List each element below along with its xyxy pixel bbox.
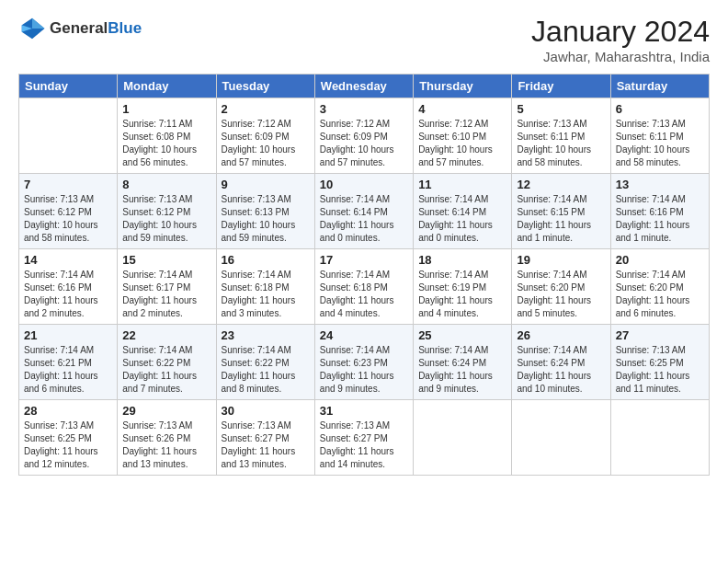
calendar-week-row: 21Sunrise: 7:14 AM Sunset: 6:21 PM Dayli…: [19, 325, 710, 400]
table-row: 25Sunrise: 7:14 AM Sunset: 6:24 PM Dayli…: [414, 325, 512, 400]
day-number: 3: [320, 102, 408, 116]
table-row: 28Sunrise: 7:13 AM Sunset: 6:25 PM Dayli…: [19, 400, 118, 476]
table-row: [19, 98, 118, 174]
day-number: 12: [517, 178, 605, 191]
calendar-table: Sunday Monday Tuesday Wednesday Thursday…: [18, 74, 710, 476]
day-number: 31: [320, 404, 408, 418]
day-info: Sunrise: 7:14 AM Sunset: 6:19 PM Dayligh…: [418, 269, 506, 320]
col-wednesday: Wednesday: [314, 75, 413, 98]
day-info: Sunrise: 7:14 AM Sunset: 6:16 PM Dayligh…: [616, 193, 704, 245]
day-number: 5: [517, 102, 605, 116]
day-info: Sunrise: 7:14 AM Sunset: 6:24 PM Dayligh…: [418, 344, 506, 396]
table-row: 30Sunrise: 7:13 AM Sunset: 6:27 PM Dayli…: [216, 400, 314, 476]
day-info: Sunrise: 7:14 AM Sunset: 6:17 PM Dayligh…: [122, 269, 210, 320]
col-monday: Monday: [118, 75, 216, 98]
day-number: 20: [616, 253, 704, 267]
table-row: 7Sunrise: 7:13 AM Sunset: 6:12 PM Daylig…: [19, 174, 118, 249]
day-info: Sunrise: 7:13 AM Sunset: 6:11 PM Dayligh…: [616, 118, 704, 169]
day-number: 16: [222, 253, 310, 267]
logo: GeneralBlue: [18, 15, 142, 42]
day-info: Sunrise: 7:14 AM Sunset: 6:14 PM Dayligh…: [320, 193, 408, 245]
calendar-week-row: 28Sunrise: 7:13 AM Sunset: 6:25 PM Dayli…: [19, 400, 710, 476]
location: Jawhar, Maharashtra, India: [531, 49, 710, 64]
day-number: 26: [517, 328, 605, 342]
col-saturday: Saturday: [610, 75, 709, 98]
day-number: 6: [616, 102, 704, 116]
day-number: 23: [222, 328, 310, 342]
day-number: 17: [320, 253, 408, 267]
table-row: 21Sunrise: 7:14 AM Sunset: 6:21 PM Dayli…: [19, 325, 118, 400]
day-info: Sunrise: 7:14 AM Sunset: 6:20 PM Dayligh…: [616, 269, 704, 320]
day-info: Sunrise: 7:14 AM Sunset: 6:24 PM Dayligh…: [517, 344, 605, 396]
day-info: Sunrise: 7:12 AM Sunset: 6:10 PM Dayligh…: [418, 118, 506, 169]
month-title: January 2024: [531, 15, 710, 49]
day-info: Sunrise: 7:13 AM Sunset: 6:26 PM Dayligh…: [122, 419, 210, 471]
calendar-week-row: 14Sunrise: 7:14 AM Sunset: 6:16 PM Dayli…: [19, 249, 710, 325]
table-row: 26Sunrise: 7:14 AM Sunset: 6:24 PM Dayli…: [512, 325, 610, 400]
day-info: Sunrise: 7:11 AM Sunset: 6:08 PM Dayligh…: [122, 118, 210, 169]
day-number: 30: [222, 404, 310, 418]
day-info: Sunrise: 7:14 AM Sunset: 6:22 PM Dayligh…: [122, 344, 210, 396]
table-row: 27Sunrise: 7:13 AM Sunset: 6:25 PM Dayli…: [610, 325, 709, 400]
day-number: 25: [418, 328, 506, 342]
day-info: Sunrise: 7:14 AM Sunset: 6:18 PM Dayligh…: [320, 269, 408, 320]
day-number: 13: [616, 178, 704, 191]
logo-icon: [18, 15, 46, 42]
table-row: 14Sunrise: 7:14 AM Sunset: 6:16 PM Dayli…: [19, 249, 118, 325]
table-row: [610, 400, 709, 476]
table-row: 1Sunrise: 7:11 AM Sunset: 6:08 PM Daylig…: [118, 98, 216, 174]
day-info: Sunrise: 7:13 AM Sunset: 6:12 PM Dayligh…: [24, 193, 112, 245]
day-info: Sunrise: 7:14 AM Sunset: 6:21 PM Dayligh…: [24, 344, 112, 396]
day-info: Sunrise: 7:13 AM Sunset: 6:27 PM Dayligh…: [320, 419, 408, 471]
day-info: Sunrise: 7:14 AM Sunset: 6:18 PM Dayligh…: [222, 269, 310, 320]
day-number: 21: [24, 328, 112, 342]
table-row: 5Sunrise: 7:13 AM Sunset: 6:11 PM Daylig…: [512, 98, 610, 174]
day-number: 9: [222, 178, 310, 191]
table-row: 23Sunrise: 7:14 AM Sunset: 6:22 PM Dayli…: [216, 325, 314, 400]
day-number: 24: [320, 328, 408, 342]
day-info: Sunrise: 7:13 AM Sunset: 6:11 PM Dayligh…: [517, 118, 605, 169]
svg-marker-1: [32, 18, 45, 29]
col-thursday: Thursday: [414, 75, 512, 98]
day-number: 8: [122, 178, 210, 191]
day-number: 15: [122, 253, 210, 267]
day-info: Sunrise: 7:14 AM Sunset: 6:15 PM Dayligh…: [517, 193, 605, 245]
day-info: Sunrise: 7:12 AM Sunset: 6:09 PM Dayligh…: [320, 118, 408, 169]
day-number: 22: [122, 328, 210, 342]
calendar-week-row: 7Sunrise: 7:13 AM Sunset: 6:12 PM Daylig…: [19, 174, 710, 249]
table-row: 12Sunrise: 7:14 AM Sunset: 6:15 PM Dayli…: [512, 174, 610, 249]
table-row: 8Sunrise: 7:13 AM Sunset: 6:12 PM Daylig…: [118, 174, 216, 249]
calendar-header-row: Sunday Monday Tuesday Wednesday Thursday…: [19, 75, 710, 98]
day-info: Sunrise: 7:14 AM Sunset: 6:16 PM Dayligh…: [24, 269, 112, 320]
table-row: 20Sunrise: 7:14 AM Sunset: 6:20 PM Dayli…: [610, 249, 709, 325]
table-row: 16Sunrise: 7:14 AM Sunset: 6:18 PM Dayli…: [216, 249, 314, 325]
day-info: Sunrise: 7:13 AM Sunset: 6:25 PM Dayligh…: [616, 344, 704, 396]
day-info: Sunrise: 7:13 AM Sunset: 6:12 PM Dayligh…: [122, 193, 210, 245]
table-row: 19Sunrise: 7:14 AM Sunset: 6:20 PM Dayli…: [512, 249, 610, 325]
col-tuesday: Tuesday: [216, 75, 314, 98]
day-number: 28: [24, 404, 112, 418]
table-row: 24Sunrise: 7:14 AM Sunset: 6:23 PM Dayli…: [314, 325, 413, 400]
header: GeneralBlue January 2024 Jawhar, Maharas…: [18, 15, 710, 64]
day-number: 11: [418, 178, 506, 191]
table-row: 17Sunrise: 7:14 AM Sunset: 6:18 PM Dayli…: [314, 249, 413, 325]
day-info: Sunrise: 7:14 AM Sunset: 6:20 PM Dayligh…: [517, 269, 605, 320]
day-info: Sunrise: 7:14 AM Sunset: 6:22 PM Dayligh…: [222, 344, 310, 396]
page: GeneralBlue January 2024 Jawhar, Maharas…: [0, 0, 728, 490]
col-sunday: Sunday: [19, 75, 118, 98]
col-friday: Friday: [512, 75, 610, 98]
table-row: 31Sunrise: 7:13 AM Sunset: 6:27 PM Dayli…: [314, 400, 413, 476]
table-row: [414, 400, 512, 476]
table-row: [512, 400, 610, 476]
table-row: 15Sunrise: 7:14 AM Sunset: 6:17 PM Dayli…: [118, 249, 216, 325]
table-row: 2Sunrise: 7:12 AM Sunset: 6:09 PM Daylig…: [216, 98, 314, 174]
day-info: Sunrise: 7:14 AM Sunset: 6:14 PM Dayligh…: [418, 193, 506, 245]
title-block: January 2024 Jawhar, Maharashtra, India: [531, 15, 710, 64]
day-info: Sunrise: 7:13 AM Sunset: 6:25 PM Dayligh…: [24, 419, 112, 471]
day-info: Sunrise: 7:13 AM Sunset: 6:13 PM Dayligh…: [222, 193, 310, 245]
table-row: 18Sunrise: 7:14 AM Sunset: 6:19 PM Dayli…: [414, 249, 512, 325]
day-number: 7: [24, 178, 112, 191]
day-number: 14: [24, 253, 112, 267]
day-info: Sunrise: 7:12 AM Sunset: 6:09 PM Dayligh…: [222, 118, 310, 169]
table-row: 10Sunrise: 7:14 AM Sunset: 6:14 PM Dayli…: [314, 174, 413, 249]
